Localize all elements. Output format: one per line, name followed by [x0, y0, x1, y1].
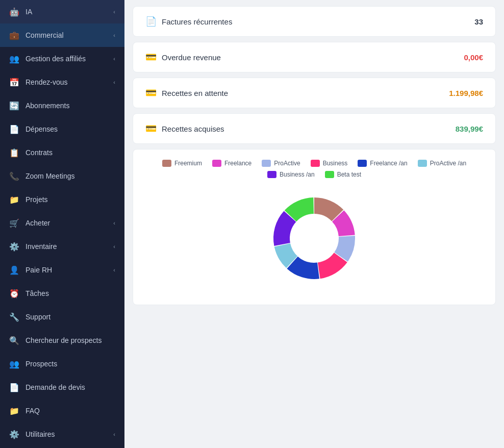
legend-item-business: Business [311, 160, 348, 167]
legend-label: Business [323, 160, 348, 167]
sidebar-label-gestion-affilies: Gestion des affiliés [26, 55, 107, 63]
recettes-attente-label: Recettes en attente [162, 89, 228, 97]
legend-dot [325, 171, 334, 178]
sidebar: 🤖IA‹💼Commercial‹👥Gestion des affiliés‹📅R… [0, 0, 124, 448]
sidebar-item-gestion-affilies[interactable]: 👥Gestion des affiliés‹ [0, 47, 124, 70]
ia-icon: 🤖 [9, 7, 19, 17]
contrats-icon: 📋 [9, 147, 19, 158]
sidebar-item-taches[interactable]: ⏰Tâches [0, 282, 124, 305]
chevron-icon-commercial: ‹ [113, 32, 115, 38]
legend-item-proactive: ProActive [262, 160, 300, 167]
recettes-acquises-icon: 💳 [145, 123, 157, 134]
overdue-revenue-icon: 💳 [145, 52, 157, 63]
chevron-icon-inventaire: ‹ [113, 243, 115, 250]
legend-label: Freemium [174, 160, 202, 167]
zoom-meetings-icon: 📞 [9, 171, 19, 181]
chevron-icon-gestion-affilies: ‹ [113, 56, 115, 62]
inventaire-icon: ⚙️ [9, 241, 19, 252]
stat-card-overdue-revenue: 💳Overdue revenue0,00€ [133, 42, 496, 72]
sidebar-item-projets[interactable]: 📁Projets [0, 188, 124, 211]
chercheur-prospects-icon: 🔍 [9, 335, 19, 345]
legend-dot [262, 160, 271, 167]
card-left: 💳Recettes acquises [145, 123, 224, 134]
legend-dot [162, 160, 171, 167]
legend-dot [311, 160, 320, 167]
factures-recurrentes-icon: 📄 [145, 16, 157, 27]
legend-dot [267, 171, 276, 178]
recettes-acquises-label: Recettes acquises [162, 125, 224, 133]
legend-dot [418, 160, 427, 167]
sidebar-item-ia[interactable]: 🤖IA‹ [0, 0, 124, 23]
recettes-acquises-value: 839,99€ [456, 125, 483, 133]
sidebar-item-zoom-meetings[interactable]: 📞Zoom Meetings [0, 164, 124, 188]
taches-icon: ⏰ [9, 288, 19, 298]
sidebar-label-chercheur-prospects: Chercheur de prospects [26, 336, 115, 344]
stat-card-recettes-attente: 💳Recettes en attente1.199,98€ [133, 78, 496, 108]
factures-recurrentes-value: 33 [474, 17, 483, 26]
card-left: 💳Recettes en attente [145, 87, 228, 98]
stat-card-recettes-acquises: 💳Recettes acquises839,99€ [133, 113, 496, 144]
projets-icon: 📁 [9, 194, 19, 205]
sidebar-item-commercial[interactable]: 💼Commercial‹ [0, 23, 124, 47]
utilitaires-icon: ⚙️ [9, 429, 19, 439]
legend-item-freemium: Freemium [162, 160, 202, 167]
sidebar-label-abonnements: Abonnements [26, 102, 115, 110]
sidebar-item-demande-devis[interactable]: 📄Demande de devis [0, 376, 124, 399]
legend-item-freelance-/an: Freelance /an [358, 160, 407, 167]
sidebar-label-taches: Tâches [26, 289, 115, 297]
sidebar-label-support: Support [26, 313, 115, 321]
sidebar-item-faq[interactable]: 📁FAQ [0, 399, 124, 422]
legend-label: ProActive /an [430, 160, 466, 167]
demande-devis-icon: 📄 [9, 382, 19, 392]
sidebar-label-paie-rh: Paie RH [26, 266, 107, 274]
sidebar-label-ia: IA [26, 8, 107, 16]
sidebar-item-abonnements[interactable]: 🔄Abonnements [0, 94, 124, 117]
legend-label: Freelance [224, 160, 251, 167]
card-left: 📄Factures récurrentes [145, 16, 232, 27]
sidebar-item-chercheur-prospects[interactable]: 🔍Chercheur de prospects [0, 329, 124, 352]
legend-dot [358, 160, 367, 167]
support-icon: 🔧 [9, 312, 19, 322]
main-content: 📄Factures récurrentes33💳Overdue revenue0… [124, 0, 504, 448]
sidebar-label-demande-devis: Demande de devis [26, 383, 115, 391]
abonnements-icon: 🔄 [9, 101, 19, 111]
legend-dot [212, 160, 221, 167]
depenses-icon: 📄 [9, 124, 19, 134]
legend-label: Freelance /an [370, 160, 407, 167]
overdue-revenue-value: 0,00€ [464, 53, 483, 62]
acheter-icon: 🛒 [9, 218, 19, 228]
sidebar-item-rendez-vous[interactable]: 📅Rendez-vous‹ [0, 70, 124, 94]
legend-item-freelance: Freelance [212, 160, 251, 167]
paie-rh-icon: 👤 [9, 265, 19, 275]
donut-chart [263, 187, 365, 289]
factures-recurrentes-label: Factures récurrentes [162, 17, 232, 26]
sidebar-item-prospects[interactable]: 👥Prospects [0, 352, 124, 376]
chevron-icon-utilitaires: ‹ [113, 431, 115, 437]
sidebar-label-zoom-meetings: Zoom Meetings [26, 172, 115, 180]
sidebar-item-depenses[interactable]: 📄Dépenses [0, 117, 124, 141]
legend-item-business-/an: Business /an [267, 171, 315, 178]
chart-legend: FreemiumFreelanceProActiveBusinessFreela… [141, 160, 487, 178]
sidebar-label-commercial: Commercial [26, 31, 107, 39]
prospects-icon: 👥 [9, 359, 19, 369]
legend-label: Beta test [337, 171, 361, 178]
sidebar-item-utilitaires[interactable]: ⚙️Utilitaires‹ [0, 422, 124, 446]
recettes-attente-value: 1.199,98€ [449, 89, 483, 97]
faq-icon: 📁 [9, 406, 19, 416]
chevron-icon-paie-rh: ‹ [113, 267, 115, 273]
chevron-icon-acheter: ‹ [113, 220, 115, 226]
sidebar-label-rendez-vous: Rendez-vous [26, 78, 107, 86]
sidebar-label-projets: Projets [26, 195, 115, 204]
sidebar-item-inventaire[interactable]: ⚙️Inventaire‹ [0, 235, 124, 258]
sidebar-item-support[interactable]: 🔧Support [0, 305, 124, 329]
sidebar-item-contrats[interactable]: 📋Contrats [0, 141, 124, 164]
stat-card-factures-recurrentes: 📄Factures récurrentes33 [133, 6, 496, 37]
rendez-vous-icon: 📅 [9, 77, 19, 87]
chevron-icon-rendez-vous: ‹ [113, 79, 115, 85]
sidebar-item-acheter[interactable]: 🛒Acheter‹ [0, 211, 124, 235]
legend-item-proactive-/an: ProActive /an [418, 160, 466, 167]
chevron-icon-ia: ‹ [113, 9, 115, 15]
chart-container [141, 187, 487, 294]
sidebar-label-faq: FAQ [26, 407, 115, 415]
sidebar-item-paie-rh[interactable]: 👤Paie RH‹ [0, 258, 124, 282]
